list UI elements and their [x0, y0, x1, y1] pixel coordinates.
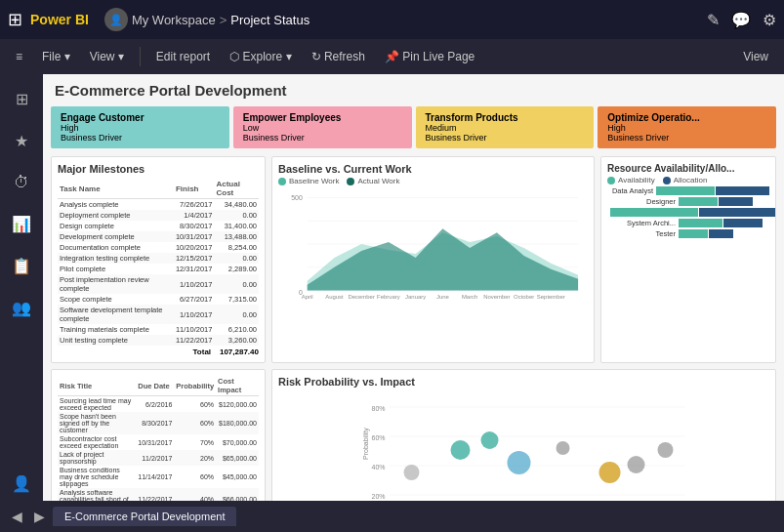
risk-col-date: Due Date	[136, 376, 174, 396]
resource-bar-row: System Archi...	[607, 219, 769, 227]
table-row: Integration testing complete12/15/20170.…	[58, 253, 259, 264]
table-row: Post implementation review complete1/10/…	[58, 274, 259, 294]
home-icon[interactable]: ⊞	[4, 82, 39, 116]
bubble-6	[599, 462, 621, 483]
resource-bar-group	[610, 208, 776, 217]
resource-title: Resource Availability/Allo...	[607, 163, 769, 174]
svg-text:20%: 20%	[371, 493, 385, 500]
table-cell: 2,289.00	[214, 264, 259, 274]
file-menu[interactable]: File ▾	[34, 46, 78, 67]
table-row: Unit testing complete11/22/20173,260.00	[58, 335, 259, 346]
view-button[interactable]: View	[735, 46, 776, 67]
favorites-icon[interactable]: ★	[4, 124, 39, 158]
actual-dot	[347, 178, 354, 185]
svg-text:40%: 40%	[371, 464, 385, 471]
cat-empower-name: Empower Employees	[243, 112, 402, 123]
table-cell: $180,000.00	[216, 412, 259, 434]
table-cell: 11/10/2017	[174, 324, 215, 335]
svg-text:Probability: Probability	[362, 428, 370, 460]
view-menu[interactable]: View ▾	[82, 46, 132, 67]
table-cell: 11/22/2017	[136, 488, 174, 501]
svg-text:November: November	[483, 294, 510, 300]
table-row: Deployment complete1/4/20170.00	[58, 210, 259, 221]
resource-bar-group	[679, 229, 733, 238]
availability-bar	[610, 208, 698, 217]
cat-engage-level: High	[61, 123, 220, 133]
table-row: Development complete10/31/201713,488.00	[58, 231, 259, 242]
svg-text:March: March	[462, 294, 478, 300]
pin-live-page-button[interactable]: 📌 Pin Live Page	[377, 46, 482, 67]
table-cell: 31,400.00	[214, 221, 259, 231]
breadcrumb: 👤 My Workspace > Project Status	[104, 8, 699, 31]
cat-optimize-name: Optimize Operatio...	[607, 112, 766, 123]
ms-col-task: Task Name	[58, 179, 174, 199]
category-transform: Transform Products Medium Business Drive…	[416, 106, 595, 148]
shared-icon[interactable]: 👥	[4, 291, 39, 325]
reports-icon[interactable]: 📊	[4, 207, 39, 241]
baseline-chart-area: 500 0 April August December February Jan…	[278, 187, 588, 305]
resource-bar-group	[679, 197, 753, 206]
bottom-panels-row: Risk Title Due Date Probability Cost Imp…	[51, 369, 776, 501]
table-cell: Integration testing complete	[58, 253, 174, 264]
allocation-bar	[723, 219, 763, 227]
nav-prev-button[interactable]: ◀	[8, 505, 26, 528]
apps-icon[interactable]: ⊞	[8, 9, 22, 30]
resource-label: Data Analyst	[607, 186, 653, 195]
table-cell: 0.00	[214, 253, 259, 264]
status-tab[interactable]: E-Commerce Portal Development	[53, 507, 236, 526]
settings-icon[interactable]: ⚙	[763, 11, 776, 29]
resource-bar-row: Designer	[607, 197, 769, 206]
menu-button[interactable]: ≡	[8, 46, 30, 67]
nav-next-button[interactable]: ▶	[30, 505, 49, 528]
svg-text:January: January	[405, 294, 426, 300]
top-navigation-bar: ⊞ Power BI 👤 My Workspace > Project Stat…	[0, 0, 784, 39]
table-row: Subcontractor cost exceed expectation10/…	[58, 434, 259, 450]
workspace-label[interactable]: My Workspace	[132, 13, 216, 27]
risk-table-panel: Risk Title Due Date Probability Cost Imp…	[51, 369, 266, 501]
table-cell: 60%	[174, 412, 216, 434]
baseline-dot	[278, 178, 286, 185]
refresh-button[interactable]: ↻ Refresh	[304, 46, 373, 67]
milestones-panel: Major Milestones Task Name Finish Actual…	[51, 156, 266, 363]
table-row: Pilot complete12/31/20172,289.00	[58, 264, 259, 274]
table-cell: $66,000.00	[216, 488, 259, 501]
resource-legend-alloc: Allocation	[663, 176, 708, 184]
table-cell: Deployment complete	[58, 210, 174, 221]
svg-text:April: April	[302, 294, 313, 300]
table-row: Documentation complete10/20/20178,254.00	[58, 242, 259, 253]
table-cell: 20%	[174, 450, 216, 466]
avatar: 👤	[104, 8, 128, 31]
svg-text:October: October	[514, 294, 534, 300]
availability-bar	[656, 186, 715, 195]
svg-text:500: 500	[291, 194, 303, 201]
comment-icon[interactable]: 💬	[731, 11, 751, 29]
table-cell: $45,000.00	[216, 466, 259, 488]
baseline-chart-svg: 500 0 April August December February Jan…	[278, 187, 588, 305]
table-cell: Scope complete	[58, 294, 174, 305]
edit-report-button[interactable]: Edit report	[148, 46, 218, 67]
svg-text:September: September	[537, 294, 565, 300]
svg-text:80%: 80%	[371, 405, 385, 412]
explore-menu[interactable]: ⬡ Explore ▾	[222, 46, 299, 67]
recent-icon[interactable]: ⏱	[4, 166, 39, 199]
cat-empower-sub: Business Driver	[243, 133, 402, 143]
topbar-actions: ✎ 💬 ⚙	[707, 11, 776, 29]
allocation-bar	[719, 197, 753, 206]
risk-chart-panel: Risk Probability vs. Impact 80% 60% 40% …	[271, 369, 776, 501]
table-cell: 60%	[174, 396, 216, 413]
bubble-7	[628, 456, 645, 473]
table-cell: 1/10/2017	[174, 274, 215, 294]
data-icon[interactable]: 📋	[4, 249, 39, 283]
legend-actual: Actual Work	[347, 177, 399, 185]
bubble-4	[508, 451, 531, 474]
profile-icon[interactable]: 👤	[4, 467, 39, 501]
table-cell: $70,000.00	[216, 434, 259, 450]
table-row: Software development template complete1/…	[58, 305, 259, 324]
resource-legend: Availability Allocation	[607, 176, 769, 184]
table-cell: $65,000.00	[216, 450, 259, 466]
resource-label: Tester	[607, 229, 676, 238]
cat-optimize-sub: Business Driver	[607, 133, 766, 143]
status-bar: ◀ ▶ E-Commerce Portal Development	[0, 501, 784, 532]
table-cell: 12/15/2017	[174, 253, 215, 264]
edit-icon[interactable]: ✎	[707, 11, 720, 29]
